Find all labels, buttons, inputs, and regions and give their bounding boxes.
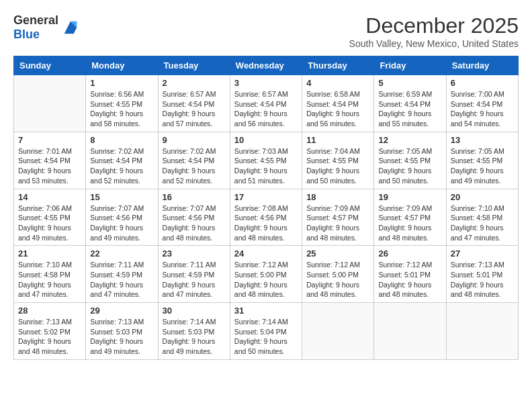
day-info: Sunrise: 7:07 AM Sunset: 4:56 PM Dayligh…	[163, 203, 226, 243]
week-row-0: 1Sunrise: 6:56 AM Sunset: 4:55 PM Daylig…	[14, 75, 519, 132]
calendar-cell: 9Sunrise: 7:02 AM Sunset: 4:54 PM Daylig…	[158, 132, 230, 189]
day-number: 31	[234, 306, 298, 316]
day-info: Sunrise: 7:09 AM Sunset: 4:57 PM Dayligh…	[306, 203, 369, 243]
day-number: 9	[163, 135, 226, 145]
day-info: Sunrise: 7:06 AM Sunset: 4:55 PM Dayligh…	[18, 203, 81, 243]
day-info: Sunrise: 7:13 AM Sunset: 5:02 PM Dayligh…	[18, 317, 81, 357]
day-info: Sunrise: 7:02 AM Sunset: 4:54 PM Dayligh…	[90, 146, 153, 186]
day-number: 11	[306, 135, 369, 145]
calendar-cell: 5Sunrise: 6:59 AM Sunset: 4:54 PM Daylig…	[374, 75, 446, 132]
calendar-cell: 22Sunrise: 7:11 AM Sunset: 4:59 PM Dayli…	[86, 246, 158, 303]
week-row-2: 14Sunrise: 7:06 AM Sunset: 4:55 PM Dayli…	[14, 189, 519, 246]
header-wednesday: Wednesday	[230, 56, 302, 75]
calendar-cell: 6Sunrise: 7:00 AM Sunset: 4:54 PM Daylig…	[446, 75, 518, 132]
logo-icon	[61, 18, 80, 37]
calendar-cell: 20Sunrise: 7:10 AM Sunset: 4:58 PM Dayli…	[446, 189, 518, 246]
day-number: 29	[90, 306, 153, 316]
day-number: 15	[90, 192, 153, 202]
header-monday: Monday	[86, 56, 158, 75]
day-info: Sunrise: 7:12 AM Sunset: 5:00 PM Dayligh…	[234, 260, 298, 300]
week-row-1: 7Sunrise: 7:01 AM Sunset: 4:54 PM Daylig…	[14, 132, 519, 189]
day-number: 30	[163, 306, 226, 316]
day-number: 8	[90, 135, 153, 145]
day-number: 26	[378, 248, 441, 259]
calendar-cell: 7Sunrise: 7:01 AM Sunset: 4:54 PM Daylig…	[14, 132, 86, 189]
header-tuesday: Tuesday	[158, 56, 230, 75]
calendar-cell: 21Sunrise: 7:10 AM Sunset: 4:58 PM Dayli…	[14, 246, 86, 303]
week-row-4: 28Sunrise: 7:13 AM Sunset: 5:02 PM Dayli…	[14, 303, 519, 360]
calendar-cell: 11Sunrise: 7:04 AM Sunset: 4:55 PM Dayli…	[302, 132, 374, 189]
location: South Valley, New Mexico, United States	[349, 38, 519, 49]
calendar-cell: 18Sunrise: 7:09 AM Sunset: 4:57 PM Dayli…	[302, 189, 374, 246]
day-info: Sunrise: 7:03 AM Sunset: 4:55 PM Dayligh…	[234, 146, 298, 186]
title-section: December 2025 South Valley, New Mexico, …	[349, 13, 519, 49]
day-info: Sunrise: 7:12 AM Sunset: 5:00 PM Dayligh…	[306, 260, 369, 300]
day-info: Sunrise: 7:11 AM Sunset: 4:59 PM Dayligh…	[163, 260, 226, 300]
calendar-cell: 28Sunrise: 7:13 AM Sunset: 5:02 PM Dayli…	[14, 303, 86, 360]
logo-general: General	[13, 13, 58, 27]
header-saturday: Saturday	[446, 56, 518, 75]
day-number: 27	[451, 248, 514, 259]
calendar-cell: 3Sunrise: 6:57 AM Sunset: 4:54 PM Daylig…	[230, 75, 302, 132]
calendar-cell: 24Sunrise: 7:12 AM Sunset: 5:00 PM Dayli…	[230, 246, 302, 303]
day-info: Sunrise: 7:10 AM Sunset: 4:58 PM Dayligh…	[18, 260, 81, 300]
calendar-cell: 14Sunrise: 7:06 AM Sunset: 4:55 PM Dayli…	[14, 189, 86, 246]
day-info: Sunrise: 7:13 AM Sunset: 5:03 PM Dayligh…	[90, 317, 153, 357]
calendar-cell: 13Sunrise: 7:05 AM Sunset: 4:55 PM Dayli…	[446, 132, 518, 189]
day-number: 5	[378, 78, 441, 88]
day-number: 12	[378, 135, 441, 145]
calendar-cell: 27Sunrise: 7:13 AM Sunset: 5:01 PM Dayli…	[446, 246, 518, 303]
header-sunday: Sunday	[14, 56, 86, 75]
day-number: 2	[163, 78, 226, 88]
logo-blue: Blue	[13, 28, 40, 41]
day-info: Sunrise: 6:59 AM Sunset: 4:54 PM Dayligh…	[378, 89, 441, 129]
day-info: Sunrise: 7:08 AM Sunset: 4:56 PM Dayligh…	[234, 203, 298, 243]
month-title: December 2025	[349, 13, 519, 38]
day-info: Sunrise: 6:57 AM Sunset: 4:54 PM Dayligh…	[234, 89, 298, 129]
day-number: 16	[163, 192, 226, 202]
calendar-cell: 30Sunrise: 7:14 AM Sunset: 5:03 PM Dayli…	[158, 303, 230, 360]
day-info: Sunrise: 7:11 AM Sunset: 4:59 PM Dayligh…	[90, 260, 153, 300]
calendar-cell: 16Sunrise: 7:07 AM Sunset: 4:56 PM Dayli…	[158, 189, 230, 246]
calendar-cell	[446, 303, 518, 360]
day-info: Sunrise: 7:07 AM Sunset: 4:56 PM Dayligh…	[90, 203, 153, 243]
day-info: Sunrise: 6:56 AM Sunset: 4:55 PM Dayligh…	[90, 89, 153, 129]
calendar-cell: 19Sunrise: 7:09 AM Sunset: 4:57 PM Dayli…	[374, 189, 446, 246]
day-info: Sunrise: 7:09 AM Sunset: 4:57 PM Dayligh…	[378, 203, 441, 243]
calendar-cell	[302, 303, 374, 360]
day-info: Sunrise: 7:14 AM Sunset: 5:03 PM Dayligh…	[163, 317, 226, 357]
calendar-cell: 10Sunrise: 7:03 AM Sunset: 4:55 PM Dayli…	[230, 132, 302, 189]
day-number: 18	[306, 192, 369, 202]
calendar-cell: 1Sunrise: 6:56 AM Sunset: 4:55 PM Daylig…	[86, 75, 158, 132]
day-info: Sunrise: 6:57 AM Sunset: 4:54 PM Dayligh…	[163, 89, 226, 129]
calendar-table: Sunday Monday Tuesday Wednesday Thursday…	[13, 56, 519, 360]
day-info: Sunrise: 7:05 AM Sunset: 4:55 PM Dayligh…	[451, 146, 514, 186]
header-friday: Friday	[374, 56, 446, 75]
day-info: Sunrise: 7:02 AM Sunset: 4:54 PM Dayligh…	[163, 146, 226, 186]
logo: General Blue	[13, 13, 80, 42]
calendar-cell: 29Sunrise: 7:13 AM Sunset: 5:03 PM Dayli…	[86, 303, 158, 360]
calendar-cell: 25Sunrise: 7:12 AM Sunset: 5:00 PM Dayli…	[302, 246, 374, 303]
day-info: Sunrise: 7:04 AM Sunset: 4:55 PM Dayligh…	[306, 146, 369, 186]
calendar-cell: 31Sunrise: 7:14 AM Sunset: 5:04 PM Dayli…	[230, 303, 302, 360]
calendar-cell: 26Sunrise: 7:12 AM Sunset: 5:01 PM Dayli…	[374, 246, 446, 303]
day-number: 7	[18, 135, 81, 145]
day-number: 1	[90, 78, 153, 88]
day-info: Sunrise: 7:12 AM Sunset: 5:01 PM Dayligh…	[378, 260, 441, 300]
calendar-cell: 23Sunrise: 7:11 AM Sunset: 4:59 PM Dayli…	[158, 246, 230, 303]
day-number: 21	[18, 248, 81, 259]
calendar-cell	[374, 303, 446, 360]
day-info: Sunrise: 7:14 AM Sunset: 5:04 PM Dayligh…	[234, 317, 298, 357]
day-number: 13	[451, 135, 514, 145]
day-number: 10	[234, 135, 298, 145]
calendar-cell: 8Sunrise: 7:02 AM Sunset: 4:54 PM Daylig…	[86, 132, 158, 189]
day-number: 28	[18, 306, 81, 316]
calendar-cell: 12Sunrise: 7:05 AM Sunset: 4:55 PM Dayli…	[374, 132, 446, 189]
day-number: 19	[378, 192, 441, 202]
day-info: Sunrise: 7:13 AM Sunset: 5:01 PM Dayligh…	[451, 260, 514, 300]
calendar-cell: 17Sunrise: 7:08 AM Sunset: 4:56 PM Dayli…	[230, 189, 302, 246]
day-number: 3	[234, 78, 298, 88]
day-number: 6	[451, 78, 514, 88]
day-number: 22	[90, 248, 153, 259]
calendar-cell: 2Sunrise: 6:57 AM Sunset: 4:54 PM Daylig…	[158, 75, 230, 132]
